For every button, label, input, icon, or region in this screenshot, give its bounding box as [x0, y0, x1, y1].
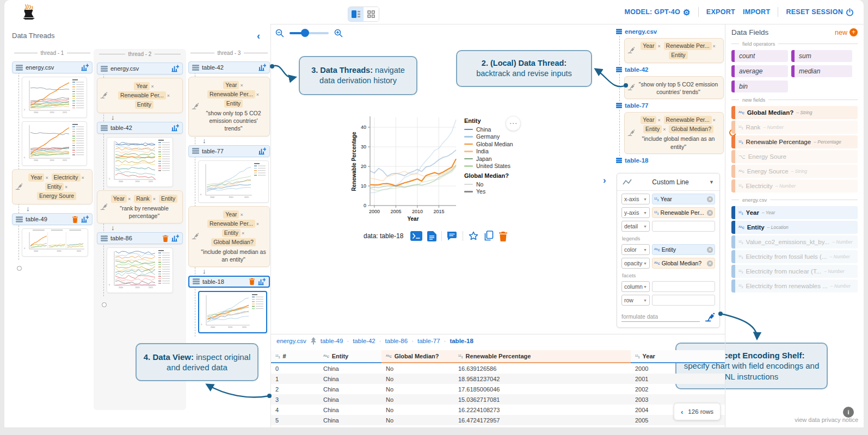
- data-field-row[interactable]: ¹²₃Year– Year: [731, 206, 858, 219]
- thread-table-card[interactable]: energy.csv: [97, 63, 183, 74]
- remove-chip-icon[interactable]: ×: [713, 44, 716, 49]
- chart-thumbnail[interactable]: 2000201020150: [22, 121, 87, 166]
- operator-chip-average[interactable]: average: [731, 65, 788, 77]
- encoding-field-box[interactable]: [652, 295, 715, 306]
- data-view-tab-table-42[interactable]: table-42: [353, 338, 375, 344]
- column-header-Renewable Percentage[interactable]: ¹²₃Renewable Percentage: [454, 350, 631, 363]
- thread-table-card[interactable]: table-18: [188, 276, 270, 288]
- code-terminal-icon[interactable]: [410, 231, 422, 241]
- table-row[interactable]: 0ChinaNo16.6391265862000: [271, 363, 725, 374]
- data-field-row[interactable]: ¹²₃Electricity from renewables ...– Numb…: [731, 279, 858, 293]
- encoding-field-box[interactable]: ¹²₃Year✕: [652, 194, 715, 204]
- encoding-slot-opacity[interactable]: opacity▼: [621, 258, 650, 269]
- table-row[interactable]: 3ChinaNo15.03627170812003: [271, 394, 725, 405]
- data-field-row[interactable]: ¹²₃Renewable Percentage– Percentage: [731, 135, 858, 148]
- remove-chip-icon[interactable]: ×: [167, 93, 170, 98]
- privacy-notice-link[interactable]: view data privacy notice: [771, 417, 858, 423]
- chat-icon[interactable]: [447, 231, 458, 241]
- chart-type-selector[interactable]: Custom Line ▼: [617, 173, 719, 191]
- table-row[interactable]: 2ChinaNo17.61850060462002: [271, 384, 725, 394]
- data-field-row[interactable]: ⌥Energy Soure: [731, 150, 858, 163]
- data-document-icon[interactable]: [427, 231, 436, 241]
- formulate-data-input[interactable]: formulate data: [621, 313, 700, 322]
- legend-entry[interactable]: United States: [464, 163, 530, 170]
- thread-table-card[interactable]: table-42: [97, 122, 183, 134]
- local-thread-table-link[interactable]: table-77: [616, 102, 724, 109]
- remove-chip-icon[interactable]: ×: [240, 83, 243, 88]
- gear-icon[interactable]: ⚙: [683, 8, 691, 16]
- new-field-button[interactable]: new +: [835, 28, 858, 36]
- zoom-out-icon[interactable]: [275, 29, 284, 38]
- encoding-slot-color[interactable]: color▼: [621, 244, 650, 255]
- remove-chip-icon[interactable]: ×: [713, 117, 716, 123]
- thread-table-card[interactable]: table-86: [97, 232, 183, 244]
- remove-chip-icon[interactable]: ×: [256, 221, 259, 227]
- data-field-row[interactable]: ¹²₃Electricity from nuclear (T...– Numbe…: [731, 265, 858, 278]
- data-view-tab-table-18[interactable]: table-18: [450, 338, 473, 344]
- chart-thumbnail[interactable]: 2000201020150: [22, 77, 87, 118]
- chart-thumbnail[interactable]: 2000201020150: [198, 291, 267, 333]
- clear-field-icon[interactable]: ✕: [707, 210, 713, 216]
- add-chart-icon[interactable]: [171, 124, 179, 132]
- clear-field-icon[interactable]: ✕: [707, 260, 713, 266]
- remove-chip-icon[interactable]: ×: [128, 196, 131, 202]
- legend-entry[interactable]: India: [464, 148, 530, 156]
- data-view-tab-table-77[interactable]: table-77: [417, 338, 440, 344]
- remove-chip-icon[interactable]: ×: [151, 84, 153, 89]
- operator-chip-count[interactable]: count: [731, 50, 788, 62]
- data-field-row[interactable]: ¹²₃Electricity from fossil fuels (...– N…: [731, 250, 858, 263]
- table-row[interactable]: 4ChinaNo16.22241082732004: [271, 405, 725, 415]
- local-thread-table-link[interactable]: energy.csv: [616, 28, 724, 35]
- thread-view-toggle-icon[interactable]: [348, 7, 364, 21]
- remove-chip-icon[interactable]: ×: [242, 231, 244, 236]
- info-icon[interactable]: i: [843, 407, 854, 418]
- model-selector[interactable]: MODEL: GPT-4O ⚙: [624, 8, 690, 16]
- copy-icon[interactable]: [484, 231, 494, 241]
- add-chart-icon[interactable]: [81, 64, 89, 71]
- encoding-field-box[interactable]: ᴬᵇcGlobal Median?✕: [652, 258, 715, 269]
- remove-chip-icon[interactable]: ×: [45, 175, 48, 181]
- delete-trash-icon[interactable]: [249, 278, 255, 285]
- encoding-field-box[interactable]: [652, 281, 715, 292]
- encoding-field-box[interactable]: ¹²₃Renewable Per...✕: [652, 207, 715, 218]
- chart-thumbnail[interactable]: 2000201020150: [107, 137, 173, 187]
- remove-chip-icon[interactable]: ×: [240, 212, 243, 217]
- remove-chip-icon[interactable]: ×: [663, 127, 666, 132]
- data-field-row[interactable]: ᴬᵇcEnergy Source– String: [731, 165, 858, 178]
- legend-entry[interactable]: Yes: [464, 188, 530, 196]
- chart-thumbnail[interactable]: 2000201020150: [107, 247, 173, 293]
- data-field-row[interactable]: ᴬᵇcEntity– Location: [731, 221, 858, 234]
- row-count-button[interactable]: ‹ 126 rows: [674, 403, 721, 420]
- column-header-Year[interactable]: ¹²₃Year: [631, 350, 725, 363]
- concept-card[interactable]: Year× Renewable Per...× Entity× Global M…: [624, 112, 724, 153]
- remove-chip-icon[interactable]: ×: [153, 196, 156, 202]
- concept-card[interactable]: Year× Electricity× Entity× Energy Soure: [12, 169, 93, 204]
- concept-card[interactable]: Year× Renewable Per...× Entity: [624, 38, 724, 63]
- favorite-star-icon[interactable]: [468, 231, 479, 241]
- encoding-slot-column[interactable]: column▼: [621, 281, 650, 292]
- encoding-slot-y-axis[interactable]: y-axis▼: [621, 207, 650, 218]
- chart-thumbnail[interactable]: 2000201020150: [198, 160, 269, 203]
- operator-chip-median[interactable]: median: [791, 65, 852, 77]
- clear-field-icon[interactable]: ✕: [707, 196, 713, 202]
- remove-chip-icon[interactable]: ×: [657, 44, 660, 49]
- add-chart-icon[interactable]: [171, 65, 179, 72]
- clear-field-icon[interactable]: ✕: [707, 247, 713, 253]
- delete-trash-icon[interactable]: [162, 235, 169, 242]
- chart-more-options-button[interactable]: ⋯: [506, 116, 521, 131]
- encoding-slot-detail[interactable]: detail▼: [621, 221, 650, 232]
- column-header-Global Median?[interactable]: ᴬᵇcGlobal Median?: [381, 350, 454, 363]
- local-thread-table-link[interactable]: table-18: [616, 157, 724, 164]
- encoding-field-box[interactable]: [652, 221, 715, 232]
- encoding-slot-row[interactable]: row▼: [621, 295, 650, 306]
- data-field-row[interactable]: ¹²₃Value_co2_emissions_kt_by...– Number: [731, 235, 858, 248]
- data-field-row[interactable]: ¹²₃Electricity– Number: [731, 179, 858, 192]
- thread-table-card[interactable]: table-49: [12, 213, 93, 225]
- remove-chip-icon[interactable]: ×: [256, 92, 259, 97]
- add-chart-icon[interactable]: [81, 215, 89, 223]
- delete-trash-icon[interactable]: [72, 216, 78, 223]
- reset-session-button[interactable]: RESET SESSION: [786, 8, 854, 16]
- concept-card[interactable]: Year× Renewable Per...× Entity× Global M…: [188, 206, 270, 267]
- legend-entry[interactable]: Germany: [464, 133, 530, 141]
- column-header-#[interactable]: ¹²₃#: [271, 350, 319, 363]
